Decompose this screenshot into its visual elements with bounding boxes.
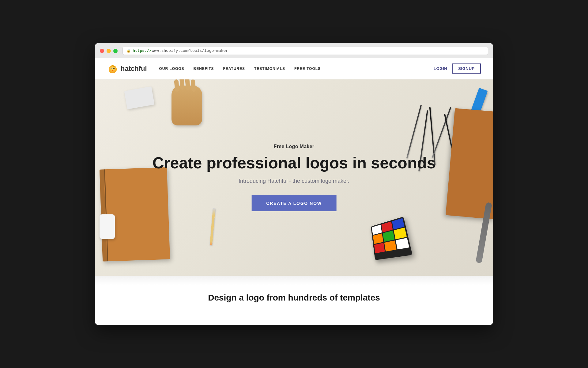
cube-cell-15 bbox=[376, 255, 386, 256]
traffic-lights bbox=[100, 49, 118, 53]
cube-cell-18 bbox=[376, 255, 386, 257]
url-https: https:// bbox=[133, 48, 152, 53]
close-button[interactable] bbox=[100, 49, 104, 53]
bottom-preview-text: Design a logo from hundreds of templates bbox=[208, 293, 380, 303]
cube-cell-1 bbox=[381, 221, 393, 232]
nav-link-benefits[interactable]: BENEFITS bbox=[194, 67, 214, 71]
hero-title: Create professional logos in seconds bbox=[153, 154, 436, 172]
cube-cell-21 bbox=[376, 256, 386, 258]
logo-area[interactable]: hatchful bbox=[107, 63, 147, 74]
hand-decoration bbox=[172, 86, 202, 125]
cube-cell-3 bbox=[373, 233, 383, 244]
minimize-button[interactable] bbox=[107, 49, 111, 53]
hero-description: Introducing Hatchful - the custom logo m… bbox=[153, 178, 436, 184]
rubiks-cube-decoration bbox=[368, 217, 410, 260]
cube-cell-20 bbox=[398, 251, 410, 253]
hero-section: Free Logo Maker Create professional logo… bbox=[95, 79, 493, 276]
cube-cell-13 bbox=[386, 251, 397, 253]
cube-cell-12 bbox=[375, 254, 385, 255]
cube-cell-22 bbox=[386, 255, 397, 256]
cube-cell-23 bbox=[398, 253, 410, 255]
address-bar[interactable]: 🔒 https://www.shopify.com/tools/logo-mak… bbox=[123, 47, 488, 55]
hero-subtitle: Free Logo Maker bbox=[153, 144, 436, 149]
cube-cell-0 bbox=[372, 225, 382, 235]
cube-cell-25 bbox=[387, 255, 398, 257]
nav-link-our-logos[interactable]: OUR LOGOS bbox=[159, 67, 184, 71]
browser-top-bar: 🔒 https://www.shopify.com/tools/logo-mak… bbox=[100, 47, 488, 55]
nav-link-testimonials[interactable]: TESTIMONIALS bbox=[254, 67, 285, 71]
cube-cell-14 bbox=[398, 250, 410, 251]
url-text: https://www.shopify.com/tools/logo-maker bbox=[133, 48, 228, 53]
svg-point-4 bbox=[111, 68, 112, 69]
cta-button[interactable]: CREATE A LOGO NOW bbox=[251, 195, 336, 211]
cube-cell-8 bbox=[396, 238, 409, 249]
phone-decoration bbox=[100, 214, 115, 239]
cube-cell-5 bbox=[394, 228, 407, 239]
cube-cell-24 bbox=[376, 257, 386, 259]
svg-point-7 bbox=[114, 68, 114, 68]
site-nav: hatchful OUR LOGOS BENEFITS FEATURES TES… bbox=[95, 58, 493, 79]
hero-content: Free Logo Maker Create professional logo… bbox=[153, 144, 436, 211]
cube-cell-17 bbox=[398, 251, 410, 252]
nav-links: OUR LOGOS BENEFITS FEATURES TESTIMONIALS… bbox=[159, 67, 434, 71]
cube-cell-4 bbox=[383, 231, 394, 242]
nav-link-free-tools[interactable]: FREE TOOLS bbox=[294, 67, 321, 71]
website-content: hatchful OUR LOGOS BENEFITS FEATURES TES… bbox=[95, 58, 493, 325]
fullscreen-button[interactable] bbox=[113, 49, 118, 53]
nav-actions: LOGIN SIGNUP bbox=[434, 63, 481, 74]
url-domain: www.shopify.com/tools/logo-maker bbox=[152, 48, 228, 53]
signup-button[interactable]: SIGNUP bbox=[452, 63, 481, 74]
bottom-preview-section: Design a logo from hundreds of templates bbox=[95, 276, 493, 306]
login-button[interactable]: LOGIN bbox=[434, 66, 447, 71]
cube-cell-26 bbox=[398, 254, 410, 255]
lock-icon: 🔒 bbox=[126, 49, 131, 53]
nav-link-features[interactable]: FEATURES bbox=[223, 67, 245, 71]
browser-chrome: 🔒 https://www.shopify.com/tools/logo-mak… bbox=[95, 43, 493, 58]
cube-cell-16 bbox=[386, 253, 397, 255]
cube-cell-6 bbox=[374, 243, 385, 253]
logo-brand-name: hatchful bbox=[121, 65, 147, 73]
logo-icon bbox=[107, 63, 118, 74]
cube-cell-7 bbox=[384, 240, 396, 251]
cube-cell-19 bbox=[386, 254, 397, 255]
browser-window: 🔒 https://www.shopify.com/tools/logo-mak… bbox=[95, 43, 493, 325]
svg-point-2 bbox=[109, 65, 117, 73]
svg-point-6 bbox=[111, 68, 112, 68]
svg-point-5 bbox=[113, 68, 115, 69]
